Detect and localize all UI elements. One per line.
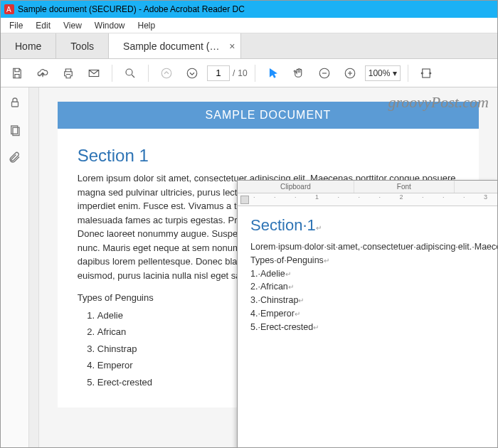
tab-home-label: Home bbox=[15, 41, 41, 52]
save-icon[interactable] bbox=[6, 63, 28, 84]
zoom-select[interactable]: 100% ▾ bbox=[365, 65, 401, 81]
toolbar: / 10 100% ▾ bbox=[1, 59, 497, 87]
search-icon[interactable] bbox=[120, 63, 141, 84]
section-title: Section 1 bbox=[78, 146, 459, 166]
svg-point-5 bbox=[187, 68, 197, 78]
tab-home[interactable]: Home bbox=[1, 33, 56, 58]
menu-help[interactable]: Help bbox=[132, 19, 161, 32]
zoom-out-icon[interactable] bbox=[314, 63, 335, 84]
thumbnails-icon[interactable] bbox=[9, 124, 21, 139]
svg-point-3 bbox=[126, 69, 132, 75]
svg-rect-9 bbox=[11, 102, 18, 107]
lock-icon[interactable] bbox=[9, 96, 21, 111]
watermark: groovyPost.com bbox=[388, 93, 489, 112]
word-ribbon: Clipboard Font bbox=[238, 181, 498, 193]
word-window-overlay[interactable]: Clipboard Font · · · 1 · · · 2 · · · 3 S… bbox=[237, 180, 498, 448]
window-titlebar: A Sample document (SECURED) - Adobe Acro… bbox=[1, 1, 497, 18]
fit-width-icon[interactable] bbox=[415, 63, 437, 84]
word-list-item: 3.·Chinstrap↵ bbox=[250, 294, 485, 307]
svg-point-4 bbox=[161, 68, 171, 78]
menu-file[interactable]: File bbox=[4, 19, 28, 32]
menubar: File Edit View Window Help bbox=[1, 18, 497, 33]
rail-splitter[interactable] bbox=[29, 87, 39, 447]
page-sep: / bbox=[233, 68, 235, 78]
hand-icon[interactable] bbox=[288, 63, 309, 84]
print-icon[interactable] bbox=[58, 63, 79, 84]
svg-rect-8 bbox=[423, 69, 430, 78]
chevron-down-icon: ▾ bbox=[393, 68, 397, 78]
word-body-text: Lorem·ipsum·dolor·sit·amet,·consectetuer… bbox=[250, 240, 485, 254]
menu-edit[interactable]: Edit bbox=[30, 19, 56, 32]
word-list-item: 5.·Erect-crested↵ bbox=[250, 321, 485, 334]
close-icon[interactable]: × bbox=[229, 41, 235, 52]
word-section-title: Section·1↵ bbox=[250, 216, 485, 235]
page-indicator: / 10 bbox=[207, 65, 248, 81]
page-total: 10 bbox=[238, 68, 247, 78]
attachment-icon[interactable] bbox=[9, 151, 21, 166]
tab-document-label: Sample document (… bbox=[123, 41, 219, 52]
word-document-body[interactable]: Section·1↵ Lorem·ipsum·dolor·sit·amet,·c… bbox=[238, 206, 498, 343]
mail-icon[interactable] bbox=[83, 63, 105, 84]
menu-view[interactable]: View bbox=[58, 19, 88, 32]
zoom-value: 100% bbox=[369, 68, 391, 78]
pilcrow-icon: ↵ bbox=[316, 224, 322, 232]
ribbon-clipboard[interactable]: Clipboard bbox=[238, 181, 354, 193]
cloud-icon[interactable] bbox=[32, 63, 53, 84]
page-current-input[interactable] bbox=[207, 65, 230, 81]
pointer-icon[interactable] bbox=[263, 63, 284, 84]
word-list-item: 1.·Adelie↵ bbox=[250, 267, 485, 281]
word-list-item: 2.·African↵ bbox=[250, 280, 485, 294]
menu-window[interactable]: Window bbox=[89, 19, 131, 32]
left-rail bbox=[1, 87, 29, 447]
tab-tools-label: Tools bbox=[70, 41, 94, 52]
tabbar: Home Tools Sample document (… × bbox=[1, 33, 497, 59]
tab-tools[interactable]: Tools bbox=[56, 33, 109, 58]
window-title: Sample document (SECURED) - Adobe Acroba… bbox=[18, 4, 245, 14]
svg-text:A: A bbox=[6, 6, 11, 14]
app-icon: A bbox=[4, 4, 15, 15]
ribbon-font[interactable]: Font bbox=[354, 181, 455, 193]
page-up-icon[interactable] bbox=[156, 63, 177, 84]
zoom-in-icon[interactable] bbox=[339, 63, 361, 84]
word-types-label: Types·of·Penguins↵ bbox=[250, 254, 485, 267]
word-list-item: 4.·Emperor↵ bbox=[250, 307, 485, 321]
tab-document[interactable]: Sample document (… × bbox=[109, 33, 241, 58]
page-down-icon[interactable] bbox=[181, 63, 203, 84]
word-ruler[interactable]: · · · 1 · · · 2 · · · 3 bbox=[238, 193, 498, 206]
